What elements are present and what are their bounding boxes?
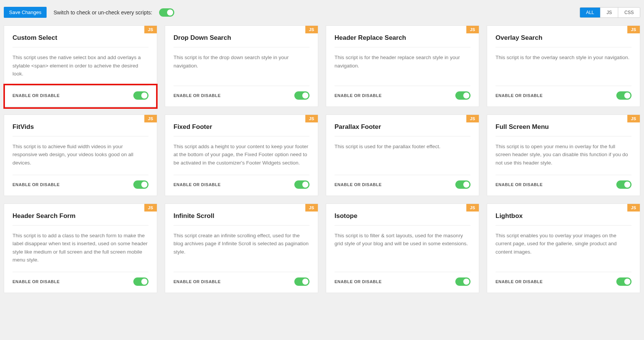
card-footer: ENABLE OR DISABLE xyxy=(174,86,309,100)
enable-toggle[interactable] xyxy=(133,91,148,100)
card-footer: ENABLE OR DISABLE xyxy=(335,86,470,100)
card-description: This script adds a height to your conten… xyxy=(174,143,309,167)
card-description: This script is for the overlay search st… xyxy=(496,53,631,78)
card-title: Custom Select xyxy=(13,34,148,47)
card-footer: ENABLE OR DISABLE xyxy=(174,272,309,286)
card-footer: ENABLE OR DISABLE xyxy=(13,272,148,286)
enable-toggle[interactable] xyxy=(294,91,309,100)
script-card: JSLightboxThis script enables you to ove… xyxy=(487,204,640,293)
card-title: Fixed Footer xyxy=(174,123,309,136)
script-card: JSIsotopeThis script is to filter & sort… xyxy=(326,204,479,293)
enable-disable-label: ENABLE OR DISABLE xyxy=(496,93,543,98)
script-card: JSHeader Replace SearchThis script is fo… xyxy=(326,25,479,107)
badge-js: JS xyxy=(466,26,479,33)
card-title: Lightbox xyxy=(496,212,631,226)
card-description: This script is to add a class to the sea… xyxy=(13,232,148,264)
enable-disable-label: ENABLE OR DISABLE xyxy=(174,279,221,284)
script-card: JSDrop Down SearchThis script is for the… xyxy=(165,25,318,107)
enable-toggle[interactable] xyxy=(616,91,631,100)
badge-js: JS xyxy=(144,115,157,122)
card-footer: ENABLE OR DISABLE xyxy=(335,175,470,189)
card-title: Drop Down Search xyxy=(174,34,309,47)
script-card: JSOverlay SearchThis script is for the o… xyxy=(487,25,640,107)
script-card: JSFixed FooterThis script adds a height … xyxy=(165,114,318,196)
enable-disable-label: ENABLE OR DISABLE xyxy=(174,93,221,98)
card-description: This script create an infinite scrolling… xyxy=(174,232,309,264)
topbar: Save Changes Switch to check or un-check… xyxy=(4,4,640,25)
card-title: Header Search Form xyxy=(13,212,148,226)
enable-disable-label: ENABLE OR DISABLE xyxy=(13,93,60,98)
card-footer: ENABLE OR DISABLE xyxy=(496,175,631,189)
enable-toggle[interactable] xyxy=(455,91,470,100)
enable-disable-label: ENABLE OR DISABLE xyxy=(335,93,382,98)
card-title: FitVids xyxy=(13,123,148,136)
script-card: JSInfinite ScrollThis script create an i… xyxy=(165,204,318,293)
enable-toggle[interactable] xyxy=(294,277,309,286)
card-title: Isotope xyxy=(335,212,470,226)
badge-js: JS xyxy=(144,204,157,212)
badge-js: JS xyxy=(627,115,640,122)
filter-group: ALL JS CSS xyxy=(580,7,640,18)
enable-disable-label: ENABLE OR DISABLE xyxy=(13,279,60,284)
card-description: This script is to filter & sort layouts,… xyxy=(335,232,470,264)
badge-js: JS xyxy=(627,204,640,212)
enable-toggle[interactable] xyxy=(616,277,631,286)
switch-all-label: Switch to check or un-check every script… xyxy=(53,9,152,16)
enable-disable-label: ENABLE OR DISABLE xyxy=(335,182,382,187)
card-title: Overlay Search xyxy=(496,34,631,47)
enable-disable-label: ENABLE OR DISABLE xyxy=(174,182,221,187)
filter-css-button[interactable]: CSS xyxy=(618,8,640,17)
card-footer: ENABLE OR DISABLE xyxy=(496,272,631,286)
script-card: JSFitVidsThis script is to achieve fluid… xyxy=(4,114,157,196)
card-footer: ENABLE OR DISABLE xyxy=(13,86,148,100)
badge-js: JS xyxy=(466,204,479,212)
badge-js: JS xyxy=(627,26,640,33)
script-card: JSCustom SelectThis script uses the nati… xyxy=(4,25,157,107)
script-card: JSHeader Search FormThis script is to ad… xyxy=(4,204,157,293)
badge-js: JS xyxy=(144,26,157,33)
enable-toggle[interactable] xyxy=(133,180,148,189)
filter-all-button[interactable]: ALL xyxy=(580,8,600,17)
enable-toggle[interactable] xyxy=(133,277,148,286)
script-card: JSFull Screen MenuThis script is to open… xyxy=(487,114,640,196)
card-description: This script enables you to overlay your … xyxy=(496,232,631,264)
badge-js: JS xyxy=(305,26,318,33)
card-description: This script is used for the parallax foo… xyxy=(335,143,470,167)
enable-toggle[interactable] xyxy=(455,277,470,286)
enable-disable-label: ENABLE OR DISABLE xyxy=(335,279,382,284)
script-card: JSParallax FooterThis script is used for… xyxy=(326,114,479,196)
card-title: Full Screen Menu xyxy=(496,123,631,136)
card-footer: ENABLE OR DISABLE xyxy=(335,272,470,286)
card-footer: ENABLE OR DISABLE xyxy=(13,175,148,189)
badge-js: JS xyxy=(466,115,479,122)
cards-grid: JSCustom SelectThis script uses the nati… xyxy=(4,25,640,293)
filter-js-button[interactable]: JS xyxy=(600,8,618,17)
badge-js: JS xyxy=(305,115,318,122)
card-title: Infinite Scroll xyxy=(174,212,309,226)
card-description: This script is for the header replace se… xyxy=(335,53,470,78)
card-description: This script is to achieve fluid width vi… xyxy=(13,143,148,167)
switch-all-toggle[interactable] xyxy=(159,8,174,17)
save-button[interactable]: Save Changes xyxy=(4,7,47,18)
enable-disable-label: ENABLE OR DISABLE xyxy=(496,279,543,284)
enable-toggle[interactable] xyxy=(294,180,309,189)
card-description: This script is for the drop down search … xyxy=(174,53,309,78)
card-description: This script uses the native select box a… xyxy=(13,53,148,78)
card-footer: ENABLE OR DISABLE xyxy=(174,175,309,189)
card-description: This script is to open your menu in over… xyxy=(496,143,631,167)
enable-disable-label: ENABLE OR DISABLE xyxy=(496,182,543,187)
enable-toggle[interactable] xyxy=(455,180,470,189)
enable-toggle[interactable] xyxy=(616,180,631,189)
card-footer: ENABLE OR DISABLE xyxy=(496,86,631,100)
enable-disable-label: ENABLE OR DISABLE xyxy=(13,182,60,187)
card-title: Header Replace Search xyxy=(335,34,470,47)
topbar-left: Save Changes Switch to check or un-check… xyxy=(4,7,174,18)
badge-js: JS xyxy=(305,204,318,212)
card-title: Parallax Footer xyxy=(335,123,470,136)
